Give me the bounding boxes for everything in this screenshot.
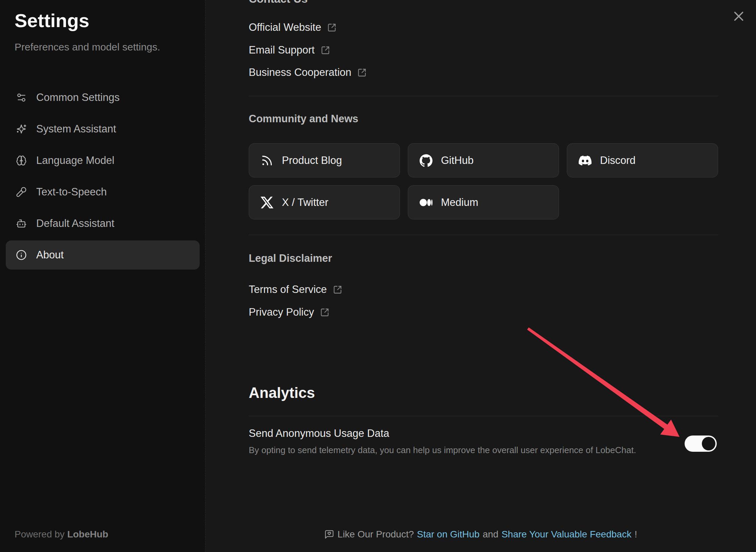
link-label: Privacy Policy xyxy=(249,306,314,318)
sparkles-icon xyxy=(16,124,27,134)
page-title: Settings xyxy=(15,9,89,31)
section-heading-community: Community and News xyxy=(249,113,358,125)
link-business-cooperation[interactable]: Business Cooperation xyxy=(249,66,366,79)
sidebar-item-about[interactable]: About xyxy=(6,240,200,270)
button-label: X / Twitter xyxy=(282,196,328,209)
link-label: Terms of Service xyxy=(249,283,327,296)
send-usage-data-label: Send Anonymous Usage Data xyxy=(249,427,389,440)
external-link-icon xyxy=(320,308,329,317)
mic-icon xyxy=(16,187,27,197)
feedback-bubble-icon xyxy=(324,529,334,539)
section-divider xyxy=(249,416,718,416)
sidebar-item-label: System Assistant xyxy=(36,123,116,135)
section-divider xyxy=(249,96,718,96)
x-twitter-button[interactable]: X / Twitter xyxy=(249,185,400,219)
brain-icon xyxy=(16,155,27,166)
close-button[interactable] xyxy=(731,8,747,24)
link-label: Email Support xyxy=(249,44,315,56)
medium-icon xyxy=(420,196,432,209)
button-label: Medium xyxy=(441,196,478,209)
section-divider xyxy=(249,235,718,235)
sliders-icon xyxy=(16,92,27,103)
settings-sidebar: Settings Preferences and model settings.… xyxy=(0,0,205,552)
sidebar-item-label: About xyxy=(36,249,64,261)
footer-text: ! xyxy=(635,529,637,540)
powered-by-prefix: Powered by xyxy=(15,529,65,539)
footer-text: Like Our Product? xyxy=(337,529,414,540)
external-link-icon xyxy=(333,285,342,294)
discord-button[interactable]: Discord xyxy=(567,143,718,177)
info-icon xyxy=(16,250,27,260)
medium-button[interactable]: Medium xyxy=(408,185,559,219)
sidebar-item-common-settings[interactable]: Common Settings xyxy=(6,83,200,112)
powered-by: Powered by LobeHub xyxy=(15,529,108,540)
link-official-website[interactable]: Official Website xyxy=(249,21,336,34)
x-twitter-icon xyxy=(261,196,273,209)
external-link-icon xyxy=(321,46,330,55)
footer-text: and xyxy=(483,529,498,540)
sidebar-item-system-assistant[interactable]: System Assistant xyxy=(6,114,200,144)
sidebar-item-label: Text-to-Speech xyxy=(36,186,107,198)
send-usage-data-toggle[interactable] xyxy=(685,436,717,452)
product-blog-button[interactable]: Product Blog xyxy=(249,143,400,177)
github-button[interactable]: GitHub xyxy=(408,143,559,177)
button-label: GitHub xyxy=(441,154,473,167)
link-label: Business Cooperation xyxy=(249,66,351,79)
discord-icon xyxy=(579,154,592,167)
link-email-support[interactable]: Email Support xyxy=(249,43,330,57)
share-feedback-link[interactable]: Share Your Valuable Feedback xyxy=(502,529,631,540)
page-subtitle: Preferences and model settings. xyxy=(15,41,160,53)
settings-nav: Common Settings System Assistant Languag… xyxy=(6,83,200,272)
github-icon xyxy=(420,154,432,167)
sidebar-item-text-to-speech[interactable]: Text-to-Speech xyxy=(6,177,200,207)
link-terms-of-service[interactable]: Terms of Service xyxy=(249,283,342,296)
section-heading-legal: Legal Disclaimer xyxy=(249,252,332,264)
sidebar-item-label: Language Model xyxy=(36,154,114,167)
footer: Like Our Product? Star on GitHub and Sha… xyxy=(205,529,756,540)
lobehub-brand[interactable]: LobeHub xyxy=(67,529,108,539)
link-privacy-policy[interactable]: Privacy Policy xyxy=(249,305,329,319)
send-usage-data-description: By opting to send telemetry data, you ca… xyxy=(249,445,636,455)
bot-icon xyxy=(16,218,27,229)
section-heading-contact-us: Contact Us xyxy=(249,0,308,5)
button-label: Discord xyxy=(600,154,636,167)
sidebar-item-label: Common Settings xyxy=(36,91,119,104)
link-label: Official Website xyxy=(249,21,321,34)
external-link-icon xyxy=(357,68,366,77)
button-label: Product Blog xyxy=(282,154,342,167)
rss-icon xyxy=(261,154,273,167)
star-on-github-link[interactable]: Star on GitHub xyxy=(417,529,480,540)
sidebar-item-language-model[interactable]: Language Model xyxy=(6,146,200,175)
external-link-icon xyxy=(327,23,336,32)
sidebar-item-label: Default Assistant xyxy=(36,217,114,230)
toggle-knob xyxy=(702,437,715,450)
section-heading-analytics: Analytics xyxy=(249,384,315,401)
sidebar-item-default-assistant[interactable]: Default Assistant xyxy=(6,209,200,238)
